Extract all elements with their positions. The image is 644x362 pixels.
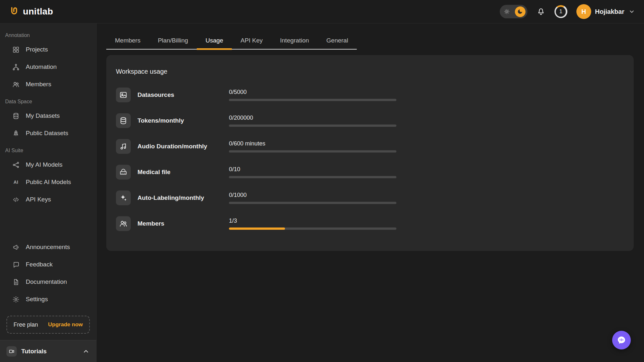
users-icon — [119, 219, 128, 228]
sidebar-item-label: Public Datasets — [26, 130, 68, 137]
theme-toggle-knob — [515, 6, 526, 17]
app-screen: unitlab 1 — [0, 0, 644, 362]
usage-icon-box — [116, 113, 131, 128]
sidebar-item-public-datasets[interactable]: Public Datasets — [0, 125, 96, 142]
usage-row-right: 0/200000 — [229, 115, 396, 127]
branch-icon — [12, 63, 20, 71]
document-icon — [12, 278, 20, 286]
sidebar-item-my-ai-models[interactable]: My AI Models — [0, 156, 96, 173]
usage-row-datasources: Datasources 0/5000 — [116, 88, 624, 102]
music-note-icon — [119, 142, 128, 151]
unitlab-logo-icon — [9, 6, 20, 17]
usage-row-left: DICOM Medical file — [116, 165, 229, 180]
chat-bubble-icon — [12, 261, 20, 268]
usage-row-members: Members 1/3 — [116, 216, 624, 231]
sidebar-item-announcements[interactable]: Announcements — [0, 238, 96, 256]
sidebar-footer-nav: Announcements Feedback Documentation — [0, 235, 96, 308]
tab-members[interactable]: Members — [106, 34, 149, 50]
section-label-annotation: Annotation — [5, 32, 96, 38]
section-label-ai-suite: AI Suite — [5, 148, 96, 153]
tab-general[interactable]: General — [318, 34, 357, 50]
sidebar-item-members[interactable]: Members — [0, 76, 96, 93]
chevron-down-icon — [628, 8, 635, 15]
usage-row-value: 0/600 minutes — [229, 140, 396, 147]
sidebar-item-label: Automation — [26, 63, 57, 70]
sidebar: Annotation Projects Automation — [0, 23, 97, 362]
usage-row-audio: Audio Duration/monthly 0/600 minutes — [116, 139, 624, 154]
workspace-usage-card: Workspace usage Datasources 0/5000 — [106, 55, 634, 251]
sidebar-item-documentation[interactable]: Documentation — [0, 273, 96, 291]
gear-icon — [12, 296, 20, 303]
usage-row-medical: DICOM Medical file 0/10 — [116, 165, 624, 180]
usage-row-value: 0/10 — [229, 166, 396, 173]
bell-icon — [536, 7, 545, 16]
brand-name: unitlab — [23, 6, 53, 17]
sidebar-item-automation[interactable]: Automation — [0, 58, 96, 76]
sidebar-item-my-datasets[interactable]: My Datasets — [0, 107, 96, 125]
usage-row-value: 0/200000 — [229, 115, 396, 121]
progress-bar — [229, 176, 396, 178]
usage-row-value: 0/1000 — [229, 192, 396, 199]
notifications-button[interactable] — [536, 7, 545, 16]
usage-icon-box — [116, 139, 131, 154]
usage-row-right: 0/5000 — [229, 89, 396, 101]
user-menu[interactable]: H Hojiakbar — [576, 4, 635, 19]
brand-logo[interactable]: unitlab — [9, 6, 53, 17]
users-icon — [12, 81, 20, 88]
sidebar-item-label: Public AI Models — [26, 179, 71, 186]
topbar: unitlab 1 — [0, 0, 644, 23]
sidebar-item-label: Feedback — [26, 261, 52, 268]
sidebar-item-label: Announcements — [26, 244, 70, 251]
progress-bar — [229, 202, 396, 204]
usage-row-left: Members — [116, 216, 229, 231]
usage-row-tokens: Tokens/monthly 0/200000 — [116, 113, 624, 128]
sparkles-icon — [119, 194, 128, 202]
rocket-icon — [12, 130, 20, 137]
sidebar-item-projects[interactable]: Projects — [0, 41, 96, 58]
sidebar-item-public-ai-models[interactable]: AI Public AI Models — [0, 173, 96, 191]
sun-icon — [504, 8, 510, 15]
sidebar-item-label: API Keys — [26, 196, 51, 203]
sidebar-item-feedback[interactable]: Feedback — [0, 256, 96, 273]
usage-row-auto-labeling: Auto-Labeling/monthly 0/1000 — [116, 190, 624, 205]
ai-text-icon: AI — [12, 180, 20, 185]
chevron-up-icon[interactable] — [82, 348, 90, 355]
avatar: H — [576, 4, 591, 19]
usage-row-right: 0/10 — [229, 166, 396, 178]
sidebar-item-label: Members — [26, 81, 51, 88]
user-name: Hojiakbar — [595, 8, 624, 15]
section-label-data-space: Data Space — [5, 99, 96, 105]
usage-row-right: 0/600 minutes — [229, 140, 396, 153]
megaphone-icon — [12, 244, 20, 251]
sidebar-item-api-keys[interactable]: API Keys — [0, 191, 96, 208]
credits-count: 1 — [556, 7, 566, 17]
usage-icon-box — [116, 88, 131, 102]
upgrade-now-link[interactable]: Upgrade now — [48, 321, 83, 328]
tab-integration[interactable]: Integration — [271, 34, 318, 50]
usage-row-left: Audio Duration/monthly — [116, 139, 229, 154]
plan-box[interactable]: Free plan Upgrade now — [6, 316, 90, 334]
usage-row-value: 1/3 — [229, 218, 396, 224]
usage-icon-box: DICOM — [116, 165, 131, 180]
usage-row-left: Auto-Labeling/monthly — [116, 190, 229, 205]
sidebar-item-label: Projects — [26, 46, 48, 53]
topbar-right-cluster: 1 H Hojiakbar — [500, 4, 635, 19]
sidebar-nav: Annotation Projects Automation — [0, 23, 96, 208]
tab-api-key[interactable]: API Key — [232, 34, 271, 50]
tutorials-bar[interactable]: Tutorials — [0, 340, 96, 362]
usage-row-label: Audio Duration/monthly — [137, 143, 207, 150]
sidebar-item-settings[interactable]: Settings — [0, 291, 96, 308]
theme-toggle[interactable] — [500, 5, 527, 18]
chat-widget-button[interactable] — [612, 331, 631, 349]
tab-plan-billing[interactable]: Plan/Billing — [149, 34, 197, 50]
usage-row-label: Auto-Labeling/monthly — [137, 194, 204, 201]
grid-icon — [12, 46, 20, 53]
sidebar-item-label: My AI Models — [26, 161, 62, 168]
usage-row-label: Tokens/monthly — [137, 117, 184, 124]
tab-usage[interactable]: Usage — [197, 34, 232, 50]
credits-ring-badge[interactable]: 1 — [554, 5, 567, 18]
sidebar-item-label: Documentation — [26, 278, 67, 285]
usage-row-left: Tokens/monthly — [116, 113, 229, 128]
svg-text:DICOM: DICOM — [121, 172, 126, 174]
sidebar-item-label: My Datasets — [26, 112, 60, 119]
